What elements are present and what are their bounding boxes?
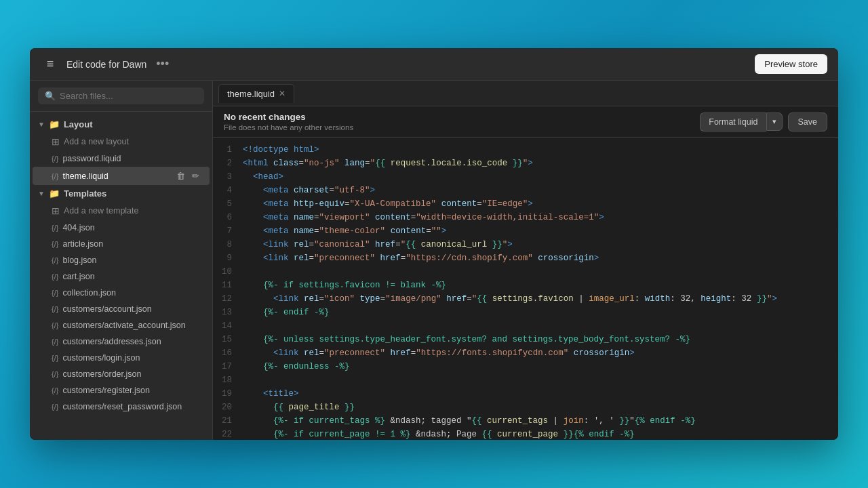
format-dropdown-button[interactable]: ▾ [766,113,783,131]
file-item-customers-login[interactable]: {/} customers/login.json [33,350,210,366]
file-item-customers-account[interactable]: {/} customers/account.json [33,301,210,317]
line-num-21: 21 [213,414,243,428]
line-code-3: <head> [243,170,838,184]
layout-section-label: Layout [64,119,93,129]
file-item-collection[interactable]: {/} collection.json [33,285,210,301]
save-button[interactable]: Save [788,113,828,131]
add-layout-icon: ⊞ [52,136,60,147]
file-item-customers-register[interactable]: {/} customers/register.json [33,382,210,399]
line-code-14 [243,319,838,333]
code-line-7: 7 <meta name="theme-color" content=""> [213,224,838,238]
file-item-customers-order[interactable]: {/} customers/order.json [33,366,210,382]
header: ≡ Edit code for Dawn ••• Preview store [30,48,838,81]
line-num-10: 10 [213,265,243,279]
header-left: ≡ Edit code for Dawn ••• [41,55,169,74]
more-options-button[interactable]: ••• [156,57,169,71]
file-name-article: article.json [62,239,103,249]
file-item-article[interactable]: {/} article.json [33,236,210,252]
code-line-14: 14 [213,319,838,333]
editor-toolbar: No recent changes File does not have any… [213,106,838,138]
file-item-404[interactable]: {/} 404.json [33,220,210,236]
line-code-22: {%- if current_page != 1 %} &ndash; Page… [243,428,838,440]
add-template-label: Add a new template [64,206,139,216]
code-line-2: 2 <html class="no-js" lang="{{ request.l… [213,157,838,170]
toolbar-info: No recent changes File does not have any… [224,112,353,131]
search-input[interactable] [60,91,197,101]
line-num-8: 8 [213,238,243,251]
line-num-4: 4 [213,184,243,197]
line-num-17: 17 [213,360,243,373]
file-icon-blog: {/} [52,256,58,264]
templates-section-header[interactable]: ▼ 📁 Templates [30,185,212,202]
code-line-5: 5 <meta http-equiv="X-UA-Compatible" con… [213,197,838,211]
code-line-22: 22 {%- if current_page != 1 %} &ndash; P… [213,428,838,440]
file-item-theme-liquid[interactable]: {/} theme.liquid 🗑 ✏ [33,167,210,185]
line-num-6: 6 [213,211,243,224]
code-line-15: 15 {%- unless settings.type_header_font.… [213,333,838,346]
tab-close-button[interactable]: ✕ [279,89,285,98]
code-line-20: 20 {{ page_title }} [213,401,838,414]
line-num-14: 14 [213,319,243,333]
file-icon-c-login: {/} [52,354,58,362]
code-line-10: 10 [213,265,838,279]
code-line-9: 9 <link rel="preconnect" href="https://c… [213,251,838,265]
line-num-13: 13 [213,306,243,319]
file-item-blog[interactable]: {/} blog.json [33,252,210,268]
sidebar: 🔍 ▼ 📁 Layout ⊞ Add a new layout {/} p [30,81,213,440]
sidebar-toggle-icon: ≡ [47,57,54,71]
file-item-customers-activate[interactable]: {/} customers/activate_account.json [33,317,210,333]
file-icon-c-register: {/} [52,386,58,394]
line-code-1: <!doctype html> [243,143,838,157]
file-tree: ▼ 📁 Layout ⊞ Add a new layout {/} passwo… [30,112,212,440]
layout-section-header[interactable]: ▼ 📁 Layout [30,116,212,133]
code-editor[interactable]: 1 <!doctype html> 2 <html class="no-js" … [213,138,838,440]
layout-chevron-icon: ▼ [38,121,45,128]
add-layout-item[interactable]: ⊞ Add a new layout [33,133,210,150]
line-num-12: 12 [213,292,243,306]
tab-label: theme.liquid [227,89,275,99]
code-line-3: 3 <head> [213,170,838,184]
line-num-5: 5 [213,197,243,211]
file-icon-cart: {/} [52,272,58,281]
search-icon: 🔍 [45,91,56,101]
preview-store-button[interactable]: Preview store [755,54,827,74]
file-name-c-order: customers/order.json [62,369,141,379]
file-icon-404: {/} [52,224,58,232]
code-line-17: 17 {%- endunless -%} [213,360,838,373]
format-liquid-button[interactable]: Format liquid [700,113,766,131]
code-line-8: 8 <link rel="canonical" href="{{ canonic… [213,238,838,251]
delete-file-button[interactable]: 🗑 [174,170,187,182]
sidebar-toggle-button[interactable]: ≡ [41,55,60,74]
line-num-15: 15 [213,333,243,346]
no-changes-title: No recent changes [224,112,353,122]
tab-theme-liquid[interactable]: theme.liquid ✕ [218,84,294,103]
line-num-18: 18 [213,373,243,387]
search-input-wrap: 🔍 [38,87,204,104]
code-line-13: 13 {%- endif -%} [213,306,838,319]
code-line-1: 1 <!doctype html> [213,143,838,157]
file-icon-c-activate: {/} [52,321,58,329]
file-item-customers-addresses[interactable]: {/} customers/addresses.json [33,333,210,350]
line-code-19: <title> [243,387,838,401]
line-num-1: 1 [213,143,243,157]
file-item-password-liquid[interactable]: {/} password.liquid [33,150,210,167]
file-name-c-account: customers/account.json [62,304,151,314]
search-box: 🔍 [30,81,212,112]
add-template-item[interactable]: ⊞ Add a new template [33,202,210,220]
file-name-theme: theme.liquid [62,171,108,181]
file-item-cart[interactable]: {/} cart.json [33,268,210,285]
file-icon-password: {/} [52,155,58,163]
code-line-4: 4 <meta charset="utf-8"> [213,184,838,197]
line-num-11: 11 [213,279,243,292]
no-changes-desc: File does not have any other versions [224,123,353,131]
line-code-12: <link rel="icon" type="image/png" href="… [243,292,838,306]
line-num-9: 9 [213,251,243,265]
format-btn-wrap: Format liquid ▾ [700,113,782,131]
edit-file-button[interactable]: ✏ [190,170,201,182]
file-item-customers-reset[interactable]: {/} customers/reset_password.json [33,399,210,415]
file-name-cart: cart.json [62,272,94,281]
line-code-4: <meta charset="utf-8"> [243,184,838,197]
line-num-2: 2 [213,157,243,170]
line-code-7: <meta name="theme-color" content=""> [243,224,838,238]
code-line-16: 16 <link rel="preconnect" href="https://… [213,346,838,360]
